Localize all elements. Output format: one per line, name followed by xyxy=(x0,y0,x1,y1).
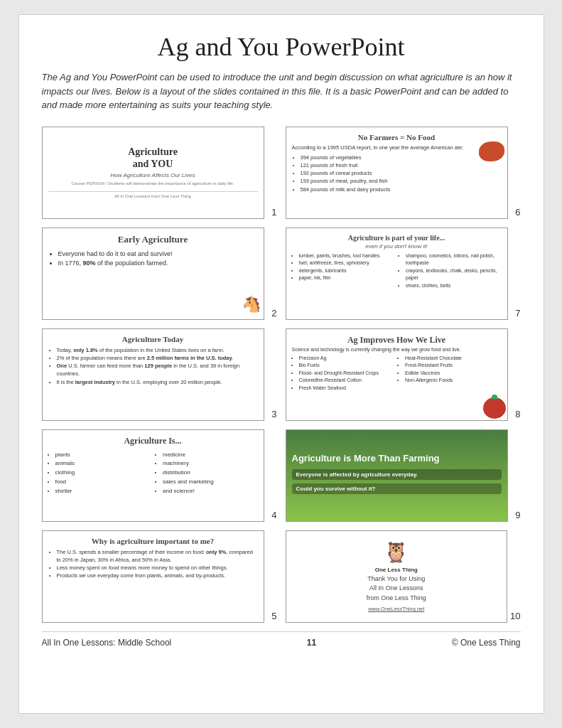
slide-10-url: www.OneLessThing.net xyxy=(368,606,424,612)
slide-2: Early Agriculture Everyone had to do it … xyxy=(42,228,264,320)
slide-5: Why is agriculture important to me? The … xyxy=(42,530,264,623)
slide-wrapper-6: No Farmers = No Food According to a 1995… xyxy=(286,127,521,219)
slide-number-5: 5 xyxy=(267,611,277,623)
list-item: 193 pounds of meat, poultry, and fish xyxy=(301,177,502,185)
col2-list: Heat-Resistant Chocolate Frost-Resistant… xyxy=(398,355,502,385)
slide-8-col2: Heat-Resistant Chocolate Frost-Resistant… xyxy=(398,355,502,392)
col1-list: lumber, paints, brushes, tool handles fu… xyxy=(292,252,395,282)
list-item: Edible Vaccines xyxy=(405,370,502,378)
slide-8-intro: Science and technology is currently chan… xyxy=(292,347,502,352)
potato-image xyxy=(479,141,504,161)
slide-2-header: Early Agriculture xyxy=(48,234,258,245)
slide-wrapper-10: 🦉 One Less Thing Thank You for Using All… xyxy=(286,530,521,623)
list-item: 192 pounds of cereal products xyxy=(301,169,502,177)
list-item: In 1776, 90% of the population farmed. xyxy=(58,259,258,269)
slide-1-subtitle: How Agriculture Affects Our Lives xyxy=(110,172,195,178)
slide-8-header: Ag Improves How We Live xyxy=(292,335,502,346)
slide-number-8: 8 xyxy=(511,409,521,421)
list-item: It is the largest industry in the U.S. e… xyxy=(57,378,258,386)
slide-wrapper-2: Early Agriculture Everyone had to do it … xyxy=(42,228,277,320)
list-item: 121 pounds of fresh fruit xyxy=(301,161,502,169)
slide-4-col2: medicine machinery distribution sales an… xyxy=(156,451,258,496)
list-item: Products we use everyday come from plant… xyxy=(57,572,258,579)
list-item: distribution xyxy=(163,469,258,478)
list-item: paper, ink, film xyxy=(299,274,395,282)
list-item: clothing xyxy=(55,469,151,478)
slide-9-bullet2: Could you survive without it? xyxy=(292,483,502,494)
slide-6-intro: According to a 1995 USDA report, in one … xyxy=(292,144,502,151)
slide-wrapper-4: Agriculture Is... plants animals clothin… xyxy=(42,429,277,522)
slide-1: Agricultureand YOU How Agriculture Affec… xyxy=(42,127,264,219)
list-item: 2% of the population means there are 2.5… xyxy=(57,354,258,362)
slide-3-list: Today, only 1.8% of the population in th… xyxy=(48,346,258,386)
slide-4: Agriculture Is... plants animals clothin… xyxy=(42,429,264,522)
slide-7-header: Agriculture is part of your life... xyxy=(292,234,502,242)
slide-7-col2: shampoo, cosmetics, lotions, nail polish… xyxy=(399,252,502,290)
slide-wrapper-1: Agricultureand YOU How Agriculture Affec… xyxy=(42,127,277,219)
slide-7-subheader: even if you don't know it! xyxy=(292,243,502,250)
list-item: Less money spent on food means more mone… xyxy=(57,564,258,572)
slide-wrapper-3: Agriculture Today Today, only 1.8% of th… xyxy=(42,328,277,421)
intro-paragraph: The Ag and You PowerPoint can be used to… xyxy=(42,70,521,112)
list-item: sales and marketing xyxy=(163,478,258,487)
slide-7-col1: lumber, paints, brushes, tool handles fu… xyxy=(292,252,395,290)
slide-number-7: 7 xyxy=(511,308,521,320)
horse-image: 🐴 xyxy=(242,295,261,314)
slide-4-content: plants animals clothing food shelter med… xyxy=(48,451,258,496)
list-item: lumber, paints, brushes, tool handles xyxy=(299,252,395,260)
slide-3-header: Agriculture Today xyxy=(48,335,258,343)
slide-number-6: 6 xyxy=(511,207,521,219)
list-item: Fresh Water Seafood xyxy=(299,385,396,392)
page-title: Ag and You PowerPoint xyxy=(42,32,521,62)
list-item: crayons, textbooks, chalk, desks, pencil… xyxy=(406,267,502,282)
slide-6-header: No Farmers = No Food xyxy=(292,133,502,141)
col2-list: shampoo, cosmetics, lotions, nail polish… xyxy=(399,252,502,290)
list-item: plants xyxy=(55,451,151,460)
slide-number-1: 1 xyxy=(267,207,277,219)
slide-9: Agriculture is More Than Farming Everyon… xyxy=(286,429,508,522)
list-item: shoes, clothes, belts xyxy=(406,282,502,290)
slide-10-brand: One Less Thing xyxy=(375,567,418,573)
list-item: shampoo, cosmetics, lotions, nail polish… xyxy=(406,252,502,267)
list-item: fuel, antifreeze, tires, upholstery xyxy=(299,259,395,267)
slide-7: Agriculture is part of your life... even… xyxy=(286,228,508,320)
slide-9-header: Agriculture is More Than Farming xyxy=(292,453,502,464)
slide-5-list: The U.S. spends a smaller percentage of … xyxy=(48,548,258,580)
slide-1-footer: All In One Lessons from One Less Thing xyxy=(48,191,258,198)
slide-wrapper-8: Ag Improves How We Live Science and tech… xyxy=(286,328,521,421)
slide-6-list: 394 pounds of vegetables 121 pounds of f… xyxy=(292,154,502,193)
slide-10: 🦉 One Less Thing Thank You for Using All… xyxy=(286,530,508,623)
list-item: machinery xyxy=(163,459,258,469)
tomato-image xyxy=(483,397,506,419)
list-item: Heat-Resistant Chocolate xyxy=(405,355,502,363)
slide-7-content: lumber, paints, brushes, tool handles fu… xyxy=(292,252,502,290)
slide-wrapper-7: Agriculture is part of your life... even… xyxy=(286,228,521,320)
col2-list: medicine machinery distribution sales an… xyxy=(156,451,258,496)
list-item: shelter xyxy=(55,487,151,496)
slide-wrapper-5: Why is agriculture important to me? The … xyxy=(42,530,277,623)
slide-number-9: 9 xyxy=(511,510,521,522)
col1-list: Precision Ag Bio Fuels Flood- and Drough… xyxy=(292,355,396,392)
slide-1-title: Agricultureand YOU xyxy=(128,146,178,171)
list-item: 394 pounds of vegetables xyxy=(301,154,502,161)
slide-3: Agriculture Today Today, only 1.8% of th… xyxy=(42,328,264,421)
slide-2-list: Everyone had to do it to eat and survive… xyxy=(48,250,258,269)
list-item: Non-Allergenic Foods xyxy=(405,377,502,385)
list-item: Everyone had to do it to eat and survive… xyxy=(58,250,258,259)
slide-10-thankyou: Thank You for Using All In One Lessons f… xyxy=(367,574,426,604)
slide-number-10: 10 xyxy=(510,611,520,623)
list-item: One U.S. farmer can feed more than 129 p… xyxy=(57,362,258,378)
list-item: Today, only 1.8% of the population in th… xyxy=(57,346,258,354)
list-item: food xyxy=(55,478,151,487)
slide-number-2: 2 xyxy=(267,308,277,320)
slide-8: Ag Improves How We Live Science and tech… xyxy=(286,328,508,421)
list-item: Flood- and Drought-Resistant Crops xyxy=(299,370,396,378)
footer-left: All In One Lessons: Middle School xyxy=(42,638,172,648)
list-item: The U.S. spends a smaller percentage of … xyxy=(57,548,258,564)
slide-1-course: Course PERSON / Students will demonstrat… xyxy=(71,181,234,186)
slide-9-bullet1: Everyone is affected by agriculture ever… xyxy=(292,469,502,480)
footer-right: © One Less Thing xyxy=(452,638,521,648)
slide-5-header: Why is agriculture important to me? xyxy=(48,537,258,545)
slide-6: No Farmers = No Food According to a 1995… xyxy=(286,127,508,219)
list-item: 584 pounds of milk and dairy products xyxy=(301,186,502,193)
